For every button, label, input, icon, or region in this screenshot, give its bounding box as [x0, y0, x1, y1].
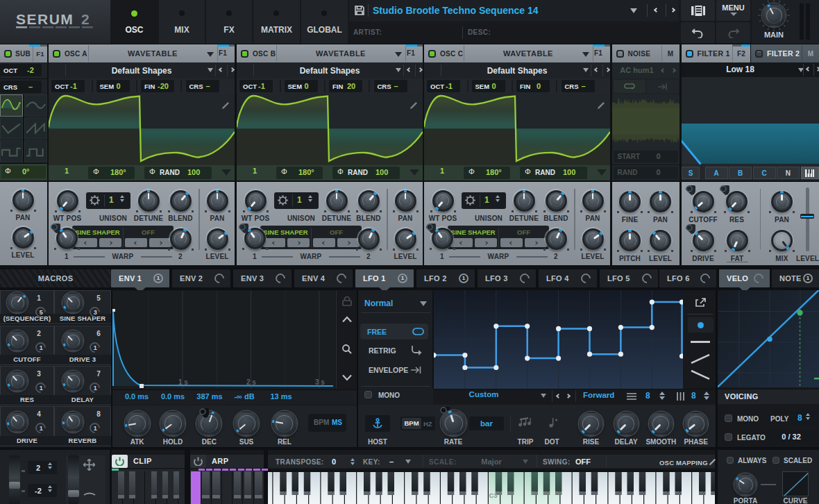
svg-text:C3: C3 [489, 492, 498, 499]
svg-text:2: 2 [81, 11, 90, 27]
svg-text:3 s: 3 s [315, 378, 325, 386]
svg-text:SERUM: SERUM [16, 11, 74, 27]
svg-text:2 s: 2 s [246, 378, 256, 386]
